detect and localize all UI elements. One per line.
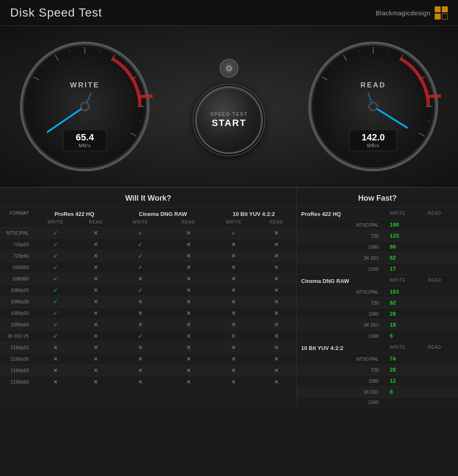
yuv-read-cell: ✕	[257, 319, 296, 330]
check-icon: ✓	[53, 230, 58, 236]
fast-write-val: 66	[385, 241, 424, 252]
cross-icon: ✕	[274, 310, 279, 316]
cross-icon: ✕	[53, 356, 58, 362]
pres-read-cell: ✕	[77, 319, 114, 330]
pres-read-cell: ✕	[77, 262, 114, 273]
fast-read-col-header: READ	[424, 207, 458, 219]
fast-table-row: 2K DCI62	[297, 252, 458, 263]
work-table-row: 720p60✓✕✓✕✕✕	[0, 250, 296, 262]
cdng-read-cell: ✕	[166, 365, 211, 376]
cross-icon: ✕	[231, 275, 236, 282]
cdng-read-header: READ	[166, 219, 211, 227]
read-gauge: 142.0 MB/s READ	[305, 39, 441, 174]
fast-read-val	[424, 308, 458, 319]
fast-write-val: 163	[385, 286, 424, 297]
yuv-write-cell: ✕	[211, 353, 257, 365]
pres-read-cell: ✕	[77, 239, 114, 250]
yuv-write-cell: ✓	[211, 227, 257, 239]
cdng-read-cell: ✕	[166, 262, 211, 273]
check-icon: ✓	[53, 252, 58, 259]
cross-icon: ✕	[231, 321, 236, 328]
yuv-write-cell: ✕	[211, 342, 257, 353]
yuv-write-cell: ✕	[211, 308, 257, 319]
check-icon: ✓	[138, 264, 143, 271]
fast-read-val	[424, 263, 458, 274]
write-gauge-svg: 65.4 MB/s WRITE	[17, 39, 153, 174]
cross-icon: ✕	[93, 275, 98, 282]
cross-icon: ✕	[274, 241, 279, 248]
fast-res-label: 720	[297, 230, 385, 241]
work-table-row: 1080p30✓✕✕✕✕✕	[0, 296, 296, 308]
pres-read-cell: ✕	[77, 285, 114, 296]
cross-icon: ✕	[186, 367, 191, 374]
cross-icon: ✕	[231, 356, 236, 362]
fast-res-label: 720	[297, 297, 385, 308]
start-button[interactable]: SPEED TEST START	[195, 86, 263, 154]
fast-group-label: 10 Bit YUV 4:2:2	[297, 342, 385, 353]
work-table-row: 720p50✓✕✓✕✕✕	[0, 239, 296, 250]
fast-res-label: NTSC/PAL	[297, 286, 385, 297]
cross-icon: ✕	[138, 378, 143, 385]
format-cell: NTSC/PAL	[0, 227, 34, 239]
center-controls: ⚙ SPEED TEST START	[195, 59, 263, 154]
svg-point-19	[83, 104, 87, 109]
cdng-write-cell: ✓	[115, 285, 166, 296]
cross-icon: ✕	[186, 344, 191, 351]
fast-group-label: ProRes 422 HQ	[297, 207, 385, 219]
fast-res-label: 1080	[297, 308, 385, 319]
fast-group-header-row: 10 Bit YUV 4:2:2WRITEREAD	[297, 342, 458, 353]
cross-icon: ✕	[186, 378, 191, 385]
pres-group-header: ProRes 422 HQ	[34, 207, 115, 219]
cdng-read-cell: ✕	[166, 330, 211, 342]
pres-read-cell: ✕	[77, 273, 114, 285]
fast-table-row: 2K DCI8	[297, 386, 458, 398]
cross-icon: ✕	[186, 230, 191, 236]
work-table-row: 2160p50✕✕✕✕✕✕	[0, 365, 296, 376]
format-cell: 1080p60	[0, 319, 34, 330]
pres-write-cell: ✓	[34, 239, 77, 250]
fast-read-val	[424, 219, 458, 230]
cross-icon: ✕	[274, 378, 279, 385]
svg-text:READ: READ	[360, 81, 386, 89]
yuv-write-cell: ✕	[211, 239, 257, 250]
app-title: Disk Speed Test	[10, 6, 102, 20]
yuv-read-cell: ✕	[257, 250, 296, 262]
cdng-read-cell: ✕	[166, 250, 211, 262]
work-table-row: 2K DCI 25✓✕✓✕✕✕	[0, 330, 296, 342]
settings-button[interactable]: ⚙	[220, 59, 238, 78]
fast-table-row: 72062	[297, 297, 458, 308]
format-cell: 2160p50	[0, 365, 34, 376]
cross-icon: ✕	[93, 333, 98, 339]
cdng-read-cell: ✕	[166, 227, 211, 239]
pres-write-cell: ✓	[34, 273, 77, 285]
cross-icon: ✕	[231, 241, 236, 248]
format-cell: 1080p50	[0, 308, 34, 319]
yuv-write-cell: ✕	[211, 285, 257, 296]
logo-text: Blackmagicdesign	[376, 9, 430, 17]
yuv-write-cell: ✕	[211, 296, 257, 308]
fast-read-val	[424, 252, 458, 263]
format-cell: 1080p30	[0, 296, 34, 308]
cross-icon: ✕	[93, 367, 98, 374]
yuv-write-header: WRITE	[211, 219, 257, 227]
format-col-header: FORMAT	[0, 207, 34, 219]
check-icon: ✓	[138, 333, 143, 339]
yuv-write-cell: ✕	[211, 376, 257, 388]
cross-icon: ✕	[274, 264, 279, 271]
cross-icon: ✕	[93, 310, 98, 316]
cross-icon: ✕	[231, 298, 236, 305]
cross-icon: ✕	[93, 344, 98, 351]
fast-read-col-header: READ	[424, 342, 458, 353]
gauges-section: 65.4 MB/s WRITE ⚙ SPEED TEST START	[0, 26, 458, 188]
fast-table-row: 2K DCI18	[297, 319, 458, 330]
cross-icon: ✕	[231, 367, 236, 374]
yuv-read-cell: ✕	[257, 239, 296, 250]
svg-text:WRITE: WRITE	[70, 81, 100, 89]
fast-table-row: NTSC/PAL199	[297, 219, 458, 230]
fast-write-val: 6	[385, 330, 424, 342]
work-table-row: 1080p25✓✕✓✕✕✕	[0, 285, 296, 296]
fast-table-row: NTSC/PAL74	[297, 353, 458, 364]
work-table-row: NTSC/PAL✓✕✓✕✓✕	[0, 227, 296, 239]
work-table-row: 1080i50✓✕✓✕✕✕	[0, 262, 296, 273]
fast-table-row: NTSC/PAL163	[297, 286, 458, 297]
